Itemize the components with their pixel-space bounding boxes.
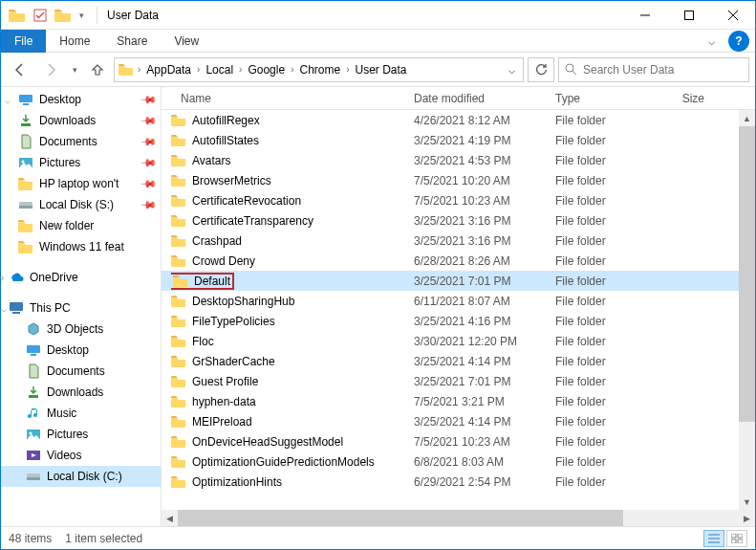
tab-home[interactable]: Home xyxy=(46,32,103,51)
close-button[interactable] xyxy=(711,1,755,30)
scroll-up-button[interactable]: ▲ xyxy=(739,110,755,126)
file-row[interactable]: CertificateTransparency 3/25/2021 3:16 P… xyxy=(162,210,755,231)
file-row[interactable]: BrowserMetrics 7/5/2021 10:20 AM File fo… xyxy=(162,170,755,190)
file-row[interactable]: OptimizationHints 6/29/2021 2:54 PM File… xyxy=(162,472,755,492)
file-type: File folder xyxy=(548,455,655,469)
chevron-right-icon[interactable]: › xyxy=(344,64,351,75)
file-row[interactable]: Crowd Deny 6/28/2021 8:26 AM File folder xyxy=(162,251,755,271)
scroll-thumb[interactable] xyxy=(739,126,755,422)
nav-pc-item[interactable]: Documents xyxy=(1,361,161,382)
recent-locations-dropdown[interactable]: ▾ xyxy=(68,57,81,82)
help-button[interactable]: ? xyxy=(728,31,749,52)
address-dropdown[interactable]: ⌵ xyxy=(502,63,521,77)
breadcrumb-item[interactable]: User Data xyxy=(352,63,411,77)
breadcrumb-item[interactable]: AppData xyxy=(142,63,195,77)
file-row[interactable]: DesktopSharingHub 6/11/2021 8:07 AM File… xyxy=(162,291,755,311)
column-type[interactable]: Type xyxy=(548,92,655,105)
breadcrumb-item[interactable]: Chrome xyxy=(295,63,344,77)
file-row[interactable]: FileTypePolicies 3/25/2021 4:16 PM File … xyxy=(162,311,755,331)
svg-rect-18 xyxy=(31,354,36,356)
maximize-button[interactable] xyxy=(667,1,711,30)
file-tab[interactable]: File xyxy=(1,30,46,53)
nav-pc-item[interactable]: Local Disk (C:) xyxy=(1,466,161,487)
svg-rect-17 xyxy=(27,345,40,353)
nav-quick-item[interactable]: ⌵Desktop📌 xyxy=(1,89,161,110)
svg-rect-19 xyxy=(29,395,38,398)
qat-properties-button[interactable] xyxy=(30,5,51,26)
svg-rect-8 xyxy=(23,103,29,105)
thumbnails-view-button[interactable] xyxy=(726,530,747,547)
file-row[interactable]: hyphen-data 7/5/2021 3:21 PM File folder xyxy=(162,391,755,411)
nav-pc-item[interactable]: Pictures xyxy=(1,424,161,445)
chevron-right-icon[interactable]: › xyxy=(136,64,142,75)
nav-quick-item[interactable]: Pictures📌 xyxy=(1,152,161,173)
file-row[interactable]: Guest Profile 3/25/2021 7:01 PM File fol… xyxy=(162,371,755,391)
column-headers: Name Date modified Type Size xyxy=(162,87,755,110)
details-view-button[interactable] xyxy=(703,530,724,547)
nav-quick-item[interactable]: Local Disk (S:)📌 xyxy=(1,194,161,215)
nav-pc-item[interactable]: 3D Objects xyxy=(1,319,161,340)
chevron-right-icon[interactable]: › xyxy=(289,64,295,75)
nav-quick-item[interactable]: Windows 11 feat xyxy=(1,236,161,257)
file-type: File folder xyxy=(548,375,655,388)
nav-label: This PC xyxy=(30,301,71,315)
vertical-scrollbar[interactable]: ▲ ▼ xyxy=(739,110,755,510)
search-box[interactable] xyxy=(558,57,749,82)
scroll-down-button[interactable]: ▼ xyxy=(739,494,755,510)
nav-this-pc[interactable]: ⌵This PC xyxy=(1,297,161,319)
file-row[interactable]: Avatars 3/25/2021 4:53 PM File folder xyxy=(162,150,755,170)
nav-label: Local Disk (S:) xyxy=(39,198,114,211)
documents-icon xyxy=(18,134,33,149)
search-input[interactable] xyxy=(583,63,743,77)
forward-button[interactable] xyxy=(37,57,64,82)
scroll-thumb[interactable] xyxy=(178,510,623,526)
3d-icon xyxy=(26,321,41,337)
refresh-button[interactable] xyxy=(528,57,554,82)
nav-quick-item[interactable]: Documents📌 xyxy=(1,131,161,152)
column-date[interactable]: Date modified xyxy=(406,92,548,105)
file-row[interactable]: AutofillRegex 4/26/2021 8:12 AM File fol… xyxy=(162,110,755,130)
back-button[interactable] xyxy=(7,57,33,82)
file-row[interactable]: Crashpad 3/25/2021 3:16 PM File folder xyxy=(162,231,755,251)
tab-share[interactable]: Share xyxy=(103,32,161,51)
file-row[interactable]: GrShaderCache 3/25/2021 4:14 PM File fol… xyxy=(162,351,755,371)
file-row[interactable]: OptimizationGuidePredictionModels 6/8/20… xyxy=(162,451,755,472)
minimize-button[interactable] xyxy=(623,1,667,30)
qat-new-folder-button[interactable] xyxy=(53,5,74,26)
file-row[interactable]: AutofillStates 3/25/2021 4:19 PM File fo… xyxy=(162,130,755,150)
horizontal-scrollbar[interactable]: ◀ ▶ xyxy=(162,510,755,526)
file-row[interactable]: Floc 3/30/2021 12:20 PM File folder xyxy=(162,331,755,351)
qat-dropdown[interactable]: ▾ xyxy=(76,5,87,26)
nav-pc-item[interactable]: Music xyxy=(1,403,161,424)
file-name: Crowd Deny xyxy=(192,254,255,268)
column-size[interactable]: Size xyxy=(655,92,712,105)
file-name: OptimizationHints xyxy=(192,475,282,489)
folder-icon xyxy=(171,295,186,307)
svg-point-25 xyxy=(36,478,38,480)
chevron-right-icon[interactable]: › xyxy=(237,64,244,75)
ribbon-collapse-button[interactable]: ⌵ xyxy=(700,34,723,48)
breadcrumb-item[interactable]: Google xyxy=(244,63,289,77)
scroll-left-button[interactable]: ◀ xyxy=(162,510,178,526)
folder-icon xyxy=(18,176,33,191)
chevron-right-icon[interactable]: › xyxy=(195,64,202,75)
up-button[interactable] xyxy=(85,57,110,82)
tab-view[interactable]: View xyxy=(161,32,212,51)
pin-icon: 📌 xyxy=(139,111,157,129)
nav-pc-item[interactable]: Videos xyxy=(1,445,161,466)
scroll-right-button[interactable]: ▶ xyxy=(739,510,755,526)
file-row[interactable]: CertificateRevocation 7/5/2021 10:23 AM … xyxy=(162,190,755,210)
column-name[interactable]: Name xyxy=(173,92,406,105)
pin-icon: 📌 xyxy=(139,174,157,192)
nav-quick-item[interactable]: Downloads📌 xyxy=(1,110,161,131)
file-row[interactable]: Default 3/25/2021 7:01 PM File folder xyxy=(162,271,755,291)
nav-onedrive[interactable]: ›OneDrive xyxy=(1,267,161,288)
nav-quick-item[interactable]: HP laptop won't📌 xyxy=(1,173,161,194)
nav-quick-item[interactable]: New folder xyxy=(1,215,161,236)
breadcrumb-item[interactable]: Local xyxy=(202,63,237,77)
file-row[interactable]: MEIPreload 3/25/2021 4:14 PM File folder xyxy=(162,411,755,431)
file-row[interactable]: OnDeviceHeadSuggestModel 7/5/2021 10:23 … xyxy=(162,431,755,451)
nav-pc-item[interactable]: Downloads xyxy=(1,382,161,403)
nav-pc-item[interactable]: Desktop xyxy=(1,340,161,361)
breadcrumb-bar[interactable]: › AppData › Local › Google › Chrome › Us… xyxy=(114,57,524,82)
